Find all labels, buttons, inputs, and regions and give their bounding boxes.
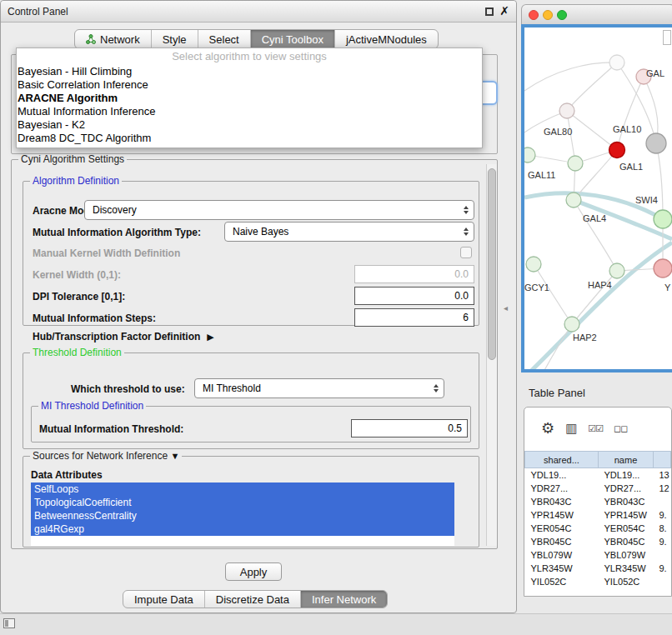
manual-kernel-label: Manual Kernel Width Definition <box>33 248 180 259</box>
tab-cyni-toolbox[interactable]: Cyni Toolbox <box>251 30 335 48</box>
panel-splitter-icon[interactable]: ◂ <box>504 303 508 312</box>
table-row[interactable]: YER054CYER054C8. <box>525 522 671 535</box>
table-row[interactable]: YBR043CYBR043C <box>525 495 671 508</box>
table-row[interactable]: YDR27...YDR27...12 <box>525 482 671 495</box>
network-window-titlebar[interactable] <box>521 4 672 24</box>
mi-type-combo[interactable]: Naive Bayes <box>224 222 474 242</box>
network-node[interactable] <box>654 210 672 228</box>
minimize-traffic-light[interactable] <box>543 10 553 20</box>
node-label: HAP2 <box>573 332 597 342</box>
which-threshold-combo[interactable]: MI Threshold <box>194 378 444 398</box>
aracne-mode-combo[interactable]: Discovery <box>84 200 474 220</box>
network-node[interactable] <box>559 103 574 118</box>
panel-toggle-icon[interactable] <box>3 618 15 628</box>
settings-scrollbar[interactable] <box>486 164 497 546</box>
network-node[interactable] <box>524 148 535 162</box>
network-node[interactable] <box>646 133 666 153</box>
node-label: GAL80 <box>544 127 572 137</box>
algorithm-option-bayesian-k2[interactable]: Bayesian - K2 <box>17 118 482 132</box>
kernel-width-value: 0.0 <box>454 268 469 280</box>
network-node[interactable] <box>566 192 581 208</box>
close-icon[interactable]: ✗ <box>499 4 509 18</box>
dpi-tolerance-field[interactable]: 0.0 <box>354 287 474 305</box>
node-label: Y <box>664 282 671 292</box>
combo-arrows-icon <box>434 384 439 392</box>
tab-label: Select <box>209 33 239 46</box>
mi-threshold-field[interactable]: 0.5 <box>351 419 468 438</box>
control-panel-titlebar[interactable]: Control Panel ✗ <box>1 1 516 22</box>
tab-label: Discretize Data <box>216 593 289 606</box>
table-cell: YBR043C <box>525 495 599 508</box>
algorithm-option-bayesian-hill-climbing[interactable]: Bayesian - Hill Climbing <box>17 65 482 78</box>
algorithm-option-aracne-algorithm[interactable]: ARACNE Algorithm <box>17 92 482 105</box>
table-row[interactable]: YBL079WYBL079W <box>525 548 671 562</box>
data-attributes-list[interactable]: SelfLoopsTopologicalCoefficientBetweenne… <box>31 482 454 546</box>
tab-jactivemnodules[interactable]: jActiveMNodules <box>335 30 438 48</box>
bottom-tab-infer-network[interactable]: Infer Network <box>301 591 387 608</box>
settings-scrollbar-thumb[interactable] <box>488 168 496 360</box>
select-all-icon[interactable]: ☑☑ <box>588 423 603 434</box>
algorithm-option-dream8-dc-tdc-algorithm[interactable]: Dream8 DC_TDC Algorithm <box>17 132 482 145</box>
algorithm-option-basic-correlation-inference[interactable]: Basic Correlation Inference <box>17 78 482 92</box>
attribute-item-betweennesscentrality[interactable]: BetweennessCentrality <box>31 509 454 522</box>
bottom-tab-impute-data[interactable]: Impute Data <box>123 591 205 608</box>
network-canvas[interactable]: GALGAL80GAL10GAL11GAL1SWI4GAL4GCY1HAP4YH… <box>521 24 672 372</box>
tab-label: Cyni Toolbox <box>262 33 323 46</box>
mi-threshold-value: 0.5 <box>448 422 462 434</box>
column-header[interactable]: name <box>599 452 654 468</box>
network-node[interactable] <box>609 142 625 158</box>
columns-icon[interactable]: ▥ <box>565 421 577 436</box>
sources-title: Sources for Network Inference <box>33 450 168 462</box>
float-window-icon[interactable] <box>485 8 494 16</box>
node-label: HAP4 <box>588 280 612 290</box>
table-row[interactable]: YBR045CYBR045C9. <box>525 535 671 548</box>
table-row[interactable]: YLR345WYLR345W9. <box>525 562 671 575</box>
table-cell: YBR045C <box>599 535 654 548</box>
data-attributes-label: Data Attributes <box>31 469 103 481</box>
table-cell: 9. <box>654 535 671 548</box>
tab-style[interactable]: Style <box>152 30 198 48</box>
zoom-traffic-light[interactable] <box>557 10 567 20</box>
mi-steps-field[interactable]: 6 <box>354 308 474 327</box>
network-node[interactable] <box>609 55 624 70</box>
apply-button[interactable]: Apply <box>225 562 282 581</box>
tab-select[interactable]: Select <box>198 30 251 48</box>
hub-definition-expander[interactable]: Hub/Transcription Factor Definition ▶ <box>33 331 214 342</box>
hub-definition-label: Hub/Transcription Factor Definition <box>33 331 200 342</box>
table-panel-title: Table Panel <box>529 387 585 399</box>
node-label: GAL1 <box>619 162 643 172</box>
close-traffic-light[interactable] <box>529 10 539 20</box>
attribute-item-topologicalcoefficient[interactable]: TopologicalCoefficient <box>31 496 454 509</box>
network-node[interactable] <box>609 263 624 278</box>
attribute-item-gal4rgexp[interactable]: gal4RGexp <box>31 522 454 536</box>
attribute-item-selfloops[interactable]: SelfLoops <box>31 482 454 496</box>
node-label: GAL10 <box>613 124 641 134</box>
column-header[interactable] <box>654 452 671 468</box>
table-row[interactable]: YDL19...YDL19...13 <box>525 468 671 482</box>
table-cell: YIL052C <box>599 575 654 588</box>
network-node[interactable] <box>654 259 672 278</box>
column-header[interactable]: shared... <box>525 452 599 468</box>
sources-expander[interactable]: Sources for Network Inference ▼ <box>30 450 182 462</box>
network-scrollbar-thumb[interactable] <box>663 30 671 45</box>
table-cell: YBR043C <box>599 495 654 508</box>
bottom-tab-discretize-data[interactable]: Discretize Data <box>205 591 301 608</box>
table-cell: YLR345W <box>599 562 654 575</box>
table-row[interactable]: YPR145WYPR145W9. <box>525 508 671 522</box>
table-cell <box>654 495 671 508</box>
algorithm-option-mutual-information-inference[interactable]: Mutual Information Inference <box>17 105 482 118</box>
tab-label: jActiveMNodules <box>346 33 427 46</box>
mi-type-label: Mutual Information Algorithm Type: <box>33 227 201 238</box>
table-cell: YDR27... <box>599 482 654 495</box>
table-cell: YBR045C <box>525 535 599 548</box>
network-node[interactable] <box>568 156 583 171</box>
deselect-all-icon[interactable]: ◻◻ <box>614 423 627 434</box>
node-table: shared...name YDL19...YDL19...13YDR27...… <box>524 451 671 588</box>
table-row[interactable]: YIL052CYIL052C <box>525 575 671 588</box>
network-node[interactable] <box>564 317 579 332</box>
gear-icon[interactable]: ⚙ <box>541 419 554 438</box>
tab-network[interactable]: Network <box>75 30 152 48</box>
network-node[interactable] <box>526 257 541 272</box>
bottom-strip <box>0 613 672 635</box>
table-cell <box>654 548 671 562</box>
